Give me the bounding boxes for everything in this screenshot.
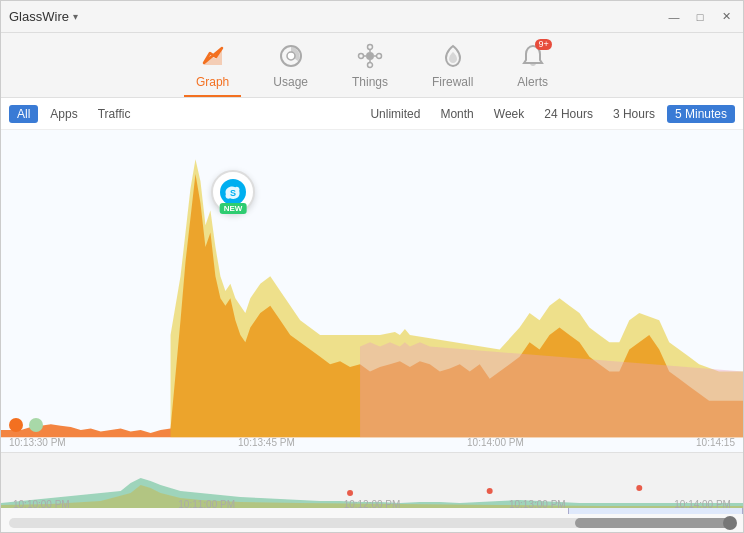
- svg-point-4: [366, 52, 374, 60]
- window-controls: — □ ✕: [665, 8, 735, 26]
- tab-graph-label: Graph: [196, 75, 229, 89]
- dot-green[interactable]: [29, 418, 43, 432]
- tab-graph[interactable]: Graph: [184, 39, 241, 97]
- skype-icon-bubble: S NEW: [211, 170, 255, 214]
- time-week[interactable]: Week: [486, 105, 532, 123]
- usage-icon: [278, 43, 304, 73]
- scrollbar-thumb[interactable]: [575, 518, 735, 528]
- graph-svg: [1, 130, 743, 452]
- graph-icon: [200, 43, 226, 73]
- things-icon: [357, 43, 383, 73]
- time-24hours[interactable]: 24 Hours: [536, 105, 601, 123]
- scrollbar-track[interactable]: [9, 518, 735, 528]
- mini-xaxis-4: 10:14:00 PM: [674, 499, 731, 510]
- xaxis-label-2: 10:14:00 PM: [467, 437, 524, 448]
- mini-xaxis-1: 10:11:00 PM: [178, 499, 235, 510]
- tab-usage-label: Usage: [273, 75, 308, 89]
- mini-x-axis: 10:10:00 PM 10:11:00 PM 10:12:00 PM 10:1…: [1, 499, 743, 510]
- mini-xaxis-3: 10:13:00 PM: [509, 499, 566, 510]
- dot-bar: [9, 418, 43, 432]
- svg-point-19: [636, 485, 642, 491]
- main-window: GlassWire ▾ — □ ✕ Graph: [0, 0, 744, 533]
- firewall-icon: [440, 43, 466, 73]
- mini-xaxis-2: 10:12:00 PM: [344, 499, 401, 510]
- main-graph: 40 KB/s S NEW: [1, 130, 743, 452]
- svg-point-7: [359, 54, 364, 59]
- close-button[interactable]: ✕: [717, 8, 735, 26]
- filter-apps[interactable]: Apps: [42, 105, 85, 123]
- app-title: GlassWire: [9, 9, 69, 24]
- tab-firewall-label: Firewall: [432, 75, 473, 89]
- xaxis-label-1: 10:13:45 PM: [238, 437, 295, 448]
- scrollbar-handle[interactable]: [723, 516, 737, 530]
- tab-things-label: Things: [352, 75, 388, 89]
- dot-orange[interactable]: [9, 418, 23, 432]
- svg-point-5: [368, 45, 373, 50]
- xaxis-label-0: 10:13:30 PM: [9, 437, 66, 448]
- alerts-badge: 9+: [535, 39, 551, 50]
- time-unlimited[interactable]: Unlimited: [362, 105, 428, 123]
- filter-bar: All Apps Traffic Unlimited Month Week 24…: [1, 98, 743, 130]
- xaxis-label-3: 10:14:15: [696, 437, 735, 448]
- title-chevron[interactable]: ▾: [73, 11, 78, 22]
- app-bubble-skype[interactable]: S NEW: [211, 170, 255, 214]
- maximize-button[interactable]: □: [691, 8, 709, 26]
- mini-timeline: 10:10:00 PM 10:11:00 PM 10:12:00 PM 10:1…: [1, 452, 743, 532]
- nav-tabs: Graph Usage: [1, 33, 743, 98]
- x-axis-bar: 10:13:30 PM 10:13:45 PM 10:14:00 PM 10:1…: [1, 437, 743, 448]
- bubble-new-badge: NEW: [220, 203, 247, 214]
- filter-all[interactable]: All: [9, 105, 38, 123]
- svg-text:S: S: [230, 188, 236, 198]
- time-5minutes[interactable]: 5 Minutes: [667, 105, 735, 123]
- tab-alerts[interactable]: 9+ Alerts: [505, 39, 560, 97]
- minimize-button[interactable]: —: [665, 8, 683, 26]
- time-3hours[interactable]: 3 Hours: [605, 105, 663, 123]
- svg-point-18: [487, 488, 493, 494]
- tab-things[interactable]: Things: [340, 39, 400, 97]
- time-month[interactable]: Month: [432, 105, 481, 123]
- tab-usage[interactable]: Usage: [261, 39, 320, 97]
- alerts-icon: 9+: [520, 43, 546, 73]
- mini-xaxis-0: 10:10:00 PM: [13, 499, 70, 510]
- tab-firewall[interactable]: Firewall: [420, 39, 485, 97]
- svg-point-17: [347, 490, 353, 496]
- app-title-group: GlassWire ▾: [9, 9, 78, 24]
- svg-point-6: [368, 63, 373, 68]
- tab-alerts-label: Alerts: [517, 75, 548, 89]
- svg-point-8: [377, 54, 382, 59]
- svg-point-3: [287, 52, 295, 60]
- titlebar: GlassWire ▾ — □ ✕: [1, 1, 743, 33]
- filter-traffic[interactable]: Traffic: [90, 105, 139, 123]
